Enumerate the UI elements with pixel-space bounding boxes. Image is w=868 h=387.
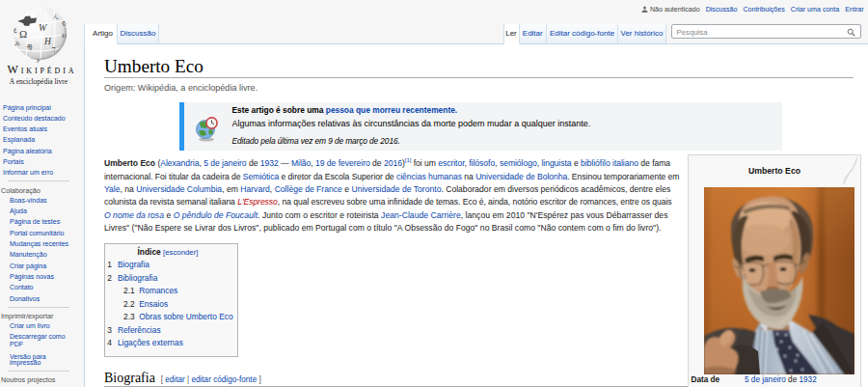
svg-text:Ω: Ω — [19, 28, 27, 40]
svg-text:H: H — [43, 37, 52, 46]
svg-text:み: み — [14, 41, 20, 46]
svg-text:ع: ع — [14, 26, 17, 33]
svg-text:母: 母 — [27, 43, 34, 51]
svg-text:ん: ん — [53, 14, 59, 19]
